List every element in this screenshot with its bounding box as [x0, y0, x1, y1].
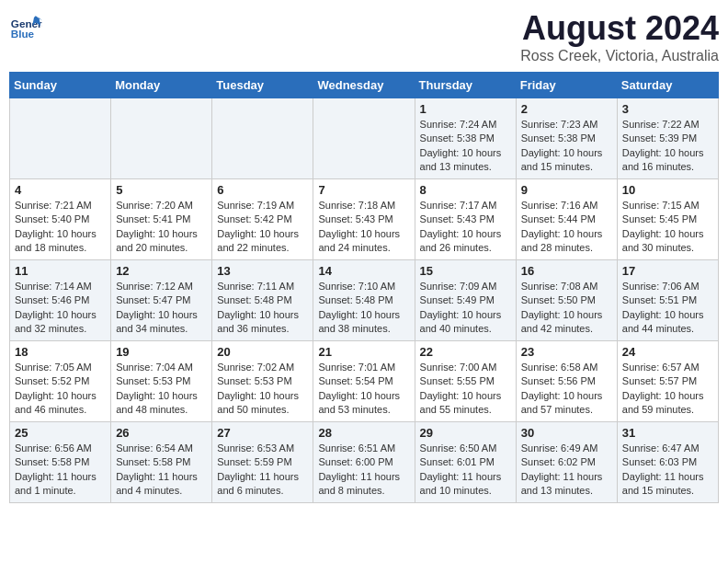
day-number: 12	[116, 264, 207, 278]
day-cell: 27Sunrise: 6:53 AM Sunset: 5:59 PM Dayli…	[212, 422, 313, 503]
day-info: Sunrise: 7:14 AM Sunset: 5:46 PM Dayligh…	[15, 280, 106, 337]
day-cell: 22Sunrise: 7:00 AM Sunset: 5:55 PM Dayli…	[415, 341, 516, 422]
day-number: 13	[217, 264, 308, 278]
day-number: 3	[622, 102, 713, 116]
header-row: SundayMondayTuesdayWednesdayThursdayFrid…	[10, 73, 719, 98]
day-info: Sunrise: 7:20 AM Sunset: 5:41 PM Dayligh…	[116, 199, 207, 256]
day-number: 8	[420, 183, 511, 197]
header: General Blue August 2024 Ross Creek, Vic…	[9, 9, 719, 64]
day-info: Sunrise: 7:24 AM Sunset: 5:38 PM Dayligh…	[420, 118, 511, 175]
day-cell: 24Sunrise: 6:57 AM Sunset: 5:57 PM Dayli…	[617, 341, 718, 422]
day-number: 22	[420, 345, 511, 359]
day-cell: 6Sunrise: 7:19 AM Sunset: 5:42 PM Daylig…	[212, 179, 313, 260]
day-cell: 23Sunrise: 6:58 AM Sunset: 5:56 PM Dayli…	[516, 341, 617, 422]
day-cell	[10, 98, 111, 179]
day-info: Sunrise: 7:02 AM Sunset: 5:53 PM Dayligh…	[217, 361, 308, 418]
day-cell: 3Sunrise: 7:22 AM Sunset: 5:39 PM Daylig…	[617, 98, 718, 179]
day-number: 27	[217, 426, 308, 440]
day-number: 31	[622, 426, 713, 440]
header-tuesday: Tuesday	[212, 73, 313, 98]
header-monday: Monday	[111, 73, 212, 98]
day-info: Sunrise: 7:05 AM Sunset: 5:52 PM Dayligh…	[15, 361, 106, 418]
day-cell	[313, 98, 415, 179]
day-cell: 2Sunrise: 7:23 AM Sunset: 5:38 PM Daylig…	[516, 98, 617, 179]
svg-text:Blue: Blue	[11, 28, 35, 40]
day-number: 1	[420, 102, 511, 116]
day-info: Sunrise: 6:53 AM Sunset: 5:59 PM Dayligh…	[217, 442, 308, 499]
day-cell: 7Sunrise: 7:18 AM Sunset: 5:43 PM Daylig…	[313, 179, 415, 260]
day-info: Sunrise: 6:54 AM Sunset: 5:58 PM Dayligh…	[116, 442, 207, 499]
title-area: August 2024 Ross Creek, Victoria, Austra…	[520, 9, 719, 64]
day-cell: 18Sunrise: 7:05 AM Sunset: 5:52 PM Dayli…	[10, 341, 111, 422]
header-friday: Friday	[516, 73, 617, 98]
day-cell: 8Sunrise: 7:17 AM Sunset: 5:43 PM Daylig…	[415, 179, 516, 260]
day-number: 25	[15, 426, 106, 440]
day-info: Sunrise: 7:10 AM Sunset: 5:48 PM Dayligh…	[318, 280, 409, 337]
day-number: 18	[15, 345, 106, 359]
day-cell: 25Sunrise: 6:56 AM Sunset: 5:58 PM Dayli…	[10, 422, 111, 503]
logo: General Blue	[9, 9, 42, 42]
header-wednesday: Wednesday	[313, 73, 415, 98]
day-info: Sunrise: 7:00 AM Sunset: 5:55 PM Dayligh…	[420, 361, 511, 418]
day-number: 5	[116, 183, 207, 197]
day-info: Sunrise: 7:17 AM Sunset: 5:43 PM Dayligh…	[420, 199, 511, 256]
day-info: Sunrise: 7:22 AM Sunset: 5:39 PM Dayligh…	[622, 118, 713, 175]
day-number: 7	[318, 183, 409, 197]
day-cell: 12Sunrise: 7:12 AM Sunset: 5:47 PM Dayli…	[111, 260, 212, 341]
month-title: August 2024	[520, 9, 719, 48]
day-info: Sunrise: 7:18 AM Sunset: 5:43 PM Dayligh…	[318, 199, 409, 256]
day-number: 21	[318, 345, 409, 359]
day-number: 2	[521, 102, 612, 116]
day-number: 16	[521, 264, 612, 278]
day-number: 4	[15, 183, 106, 197]
day-info: Sunrise: 7:23 AM Sunset: 5:38 PM Dayligh…	[521, 118, 612, 175]
day-info: Sunrise: 7:16 AM Sunset: 5:44 PM Dayligh…	[521, 199, 612, 256]
day-info: Sunrise: 7:19 AM Sunset: 5:42 PM Dayligh…	[217, 199, 308, 256]
day-cell: 28Sunrise: 6:51 AM Sunset: 6:00 PM Dayli…	[313, 422, 415, 503]
day-number: 10	[622, 183, 713, 197]
week-row-5: 25Sunrise: 6:56 AM Sunset: 5:58 PM Dayli…	[10, 422, 719, 503]
header-saturday: Saturday	[617, 73, 718, 98]
day-cell: 19Sunrise: 7:04 AM Sunset: 5:53 PM Dayli…	[111, 341, 212, 422]
day-info: Sunrise: 7:01 AM Sunset: 5:54 PM Dayligh…	[318, 361, 409, 418]
day-cell: 15Sunrise: 7:09 AM Sunset: 5:49 PM Dayli…	[415, 260, 516, 341]
day-cell: 30Sunrise: 6:49 AM Sunset: 6:02 PM Dayli…	[516, 422, 617, 503]
location-title: Ross Creek, Victoria, Australia	[520, 48, 719, 64]
day-info: Sunrise: 7:06 AM Sunset: 5:51 PM Dayligh…	[622, 280, 713, 337]
day-number: 30	[521, 426, 612, 440]
day-number: 15	[420, 264, 511, 278]
day-cell: 17Sunrise: 7:06 AM Sunset: 5:51 PM Dayli…	[617, 260, 718, 341]
day-info: Sunrise: 6:56 AM Sunset: 5:58 PM Dayligh…	[15, 442, 106, 499]
day-cell: 20Sunrise: 7:02 AM Sunset: 5:53 PM Dayli…	[212, 341, 313, 422]
day-info: Sunrise: 7:15 AM Sunset: 5:45 PM Dayligh…	[622, 199, 713, 256]
header-sunday: Sunday	[10, 73, 111, 98]
day-cell: 4Sunrise: 7:21 AM Sunset: 5:40 PM Daylig…	[10, 179, 111, 260]
calendar-table: SundayMondayTuesdayWednesdayThursdayFrid…	[9, 72, 719, 503]
day-cell: 11Sunrise: 7:14 AM Sunset: 5:46 PM Dayli…	[10, 260, 111, 341]
day-number: 14	[318, 264, 409, 278]
day-cell: 5Sunrise: 7:20 AM Sunset: 5:41 PM Daylig…	[111, 179, 212, 260]
day-cell: 16Sunrise: 7:08 AM Sunset: 5:50 PM Dayli…	[516, 260, 617, 341]
day-cell: 26Sunrise: 6:54 AM Sunset: 5:58 PM Dayli…	[111, 422, 212, 503]
day-info: Sunrise: 6:51 AM Sunset: 6:00 PM Dayligh…	[318, 442, 409, 499]
day-info: Sunrise: 6:58 AM Sunset: 5:56 PM Dayligh…	[521, 361, 612, 418]
day-info: Sunrise: 6:47 AM Sunset: 6:03 PM Dayligh…	[622, 442, 713, 499]
day-cell: 13Sunrise: 7:11 AM Sunset: 5:48 PM Dayli…	[212, 260, 313, 341]
day-info: Sunrise: 6:49 AM Sunset: 6:02 PM Dayligh…	[521, 442, 612, 499]
day-cell	[212, 98, 313, 179]
day-number: 17	[622, 264, 713, 278]
day-number: 26	[116, 426, 207, 440]
day-cell: 29Sunrise: 6:50 AM Sunset: 6:01 PM Dayli…	[415, 422, 516, 503]
day-info: Sunrise: 6:57 AM Sunset: 5:57 PM Dayligh…	[622, 361, 713, 418]
day-number: 19	[116, 345, 207, 359]
day-info: Sunrise: 7:21 AM Sunset: 5:40 PM Dayligh…	[15, 199, 106, 256]
day-info: Sunrise: 7:09 AM Sunset: 5:49 PM Dayligh…	[420, 280, 511, 337]
day-cell: 1Sunrise: 7:24 AM Sunset: 5:38 PM Daylig…	[415, 98, 516, 179]
day-number: 11	[15, 264, 106, 278]
week-row-4: 18Sunrise: 7:05 AM Sunset: 5:52 PM Dayli…	[10, 341, 719, 422]
logo-icon: General Blue	[9, 9, 42, 42]
day-cell	[111, 98, 212, 179]
header-thursday: Thursday	[415, 73, 516, 98]
day-number: 20	[217, 345, 308, 359]
day-info: Sunrise: 7:04 AM Sunset: 5:53 PM Dayligh…	[116, 361, 207, 418]
